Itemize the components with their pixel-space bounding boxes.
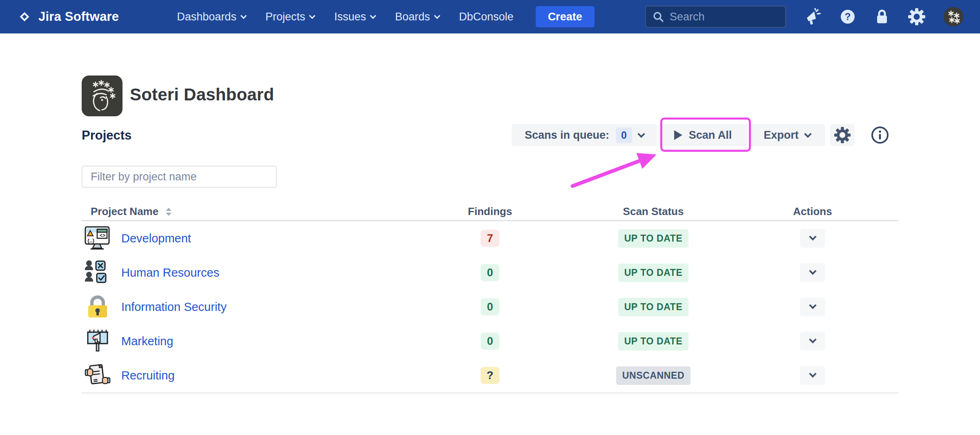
marketing-icon bbox=[84, 327, 111, 355]
jira-diamond-icon bbox=[16, 9, 33, 25]
project-link[interactable]: Recruiting bbox=[121, 369, 175, 382]
table-header: Project Name Findings Scan Status Action… bbox=[82, 203, 898, 221]
search-icon bbox=[653, 11, 664, 22]
findings-badge: 0 bbox=[481, 298, 499, 315]
table-row: Marketing0UP TO DATE bbox=[82, 324, 898, 358]
table-row: Information Security0UP TO DATE bbox=[82, 290, 898, 324]
findings-badge: 0 bbox=[481, 264, 499, 281]
export-dropdown[interactable]: Export bbox=[749, 124, 825, 146]
scans-in-queue-dropdown[interactable]: Scans in queue: 0 bbox=[512, 124, 657, 146]
actions-header: Actions bbox=[727, 205, 898, 218]
project-link[interactable]: Human Resources bbox=[121, 266, 219, 280]
table-row: Human Resources0UP TO DATE bbox=[82, 255, 898, 290]
project-name-cell: Marketing bbox=[82, 327, 400, 355]
sort-icon bbox=[166, 208, 172, 216]
actions-cell bbox=[727, 366, 898, 385]
lock-icon[interactable] bbox=[874, 8, 890, 26]
chevron-down-icon bbox=[809, 336, 816, 343]
svg-text:{..}: {..} bbox=[87, 237, 94, 244]
info-button[interactable] bbox=[871, 126, 889, 144]
info-icon bbox=[871, 126, 889, 144]
table-row: Recruiting?UNSCANNED bbox=[82, 358, 898, 393]
chevron-down-icon bbox=[804, 130, 811, 138]
table-row: {..} <> Development7UP TO DATE bbox=[82, 221, 898, 255]
status-cell: UP TO DATE bbox=[580, 298, 727, 316]
scan-all-button[interactable]: Scan All bbox=[658, 124, 748, 146]
nav-icon-group: ? bbox=[804, 0, 964, 33]
search-input[interactable] bbox=[670, 11, 772, 23]
soteri-app-icon bbox=[82, 75, 122, 116]
findings-badge: ? bbox=[481, 367, 499, 384]
project-link[interactable]: Marketing bbox=[121, 335, 173, 348]
help-icon[interactable]: ? bbox=[839, 8, 857, 26]
chevron-down-icon bbox=[809, 267, 816, 275]
human-resources-icon bbox=[84, 259, 111, 286]
row-actions-button[interactable] bbox=[800, 229, 825, 248]
dashboard-settings-button[interactable] bbox=[830, 124, 855, 146]
project-name-cell: Human Resources bbox=[82, 259, 400, 286]
status-cell: UP TO DATE bbox=[580, 264, 727, 282]
queue-count-badge: 0 bbox=[616, 127, 632, 143]
scan-controls: Scans in queue: 0 Scan All Export bbox=[512, 124, 889, 146]
chevron-down-icon bbox=[370, 12, 376, 19]
page-title: Soteri Dashboard bbox=[130, 85, 274, 104]
projects-table: Project Name Findings Scan Status Action… bbox=[82, 203, 898, 393]
project-name-cell: Recruiting bbox=[82, 362, 400, 389]
chevron-down-icon bbox=[809, 302, 816, 309]
svg-text:?: ? bbox=[845, 11, 851, 22]
project-link[interactable]: Information Security bbox=[121, 300, 227, 314]
nav-item-dashboards[interactable]: Dashboards bbox=[167, 0, 256, 33]
chevron-down-icon bbox=[809, 233, 816, 240]
findings-cell: 0 bbox=[400, 298, 580, 315]
project-name-cell: {..} <> Development bbox=[82, 224, 400, 252]
project-link[interactable]: Development bbox=[121, 232, 191, 245]
nav-item-projects[interactable]: Projects bbox=[256, 0, 325, 33]
nav-item-dbconsole[interactable]: DbConsole bbox=[449, 0, 523, 33]
findings-cell: ? bbox=[400, 367, 580, 384]
findings-cell: 0 bbox=[400, 333, 580, 350]
information-security-icon bbox=[84, 293, 111, 321]
nav-menu: Dashboards Projects Issues Boards DbCons… bbox=[167, 0, 594, 33]
brand-name: Jira Software bbox=[38, 9, 119, 24]
jira-logo[interactable]: Jira Software bbox=[16, 9, 119, 25]
status-badge: UNSCANNED bbox=[616, 366, 690, 385]
svg-text:<>: <> bbox=[100, 233, 105, 238]
projects-heading: Projects bbox=[82, 128, 131, 143]
row-actions-button[interactable] bbox=[800, 263, 825, 282]
announcements-icon[interactable] bbox=[804, 8, 822, 25]
table-rows: {..} <> Development7UP TO DATE Human Res… bbox=[82, 221, 898, 393]
status-cell: UP TO DATE bbox=[580, 332, 727, 351]
nav-item-boards[interactable]: Boards bbox=[385, 0, 449, 33]
status-cell: UP TO DATE bbox=[580, 229, 727, 248]
development-icon: {..} <> bbox=[84, 224, 111, 252]
top-navigation: Jira Software Dashboards Projects Issues… bbox=[0, 0, 980, 33]
actions-cell bbox=[727, 263, 898, 282]
recruiting-icon bbox=[84, 362, 111, 389]
row-actions-button[interactable] bbox=[800, 332, 825, 351]
project-name-cell: Information Security bbox=[82, 293, 400, 321]
status-badge: UP TO DATE bbox=[618, 332, 689, 351]
chevron-down-icon bbox=[309, 12, 316, 19]
project-name-header[interactable]: Project Name bbox=[82, 205, 400, 218]
create-button[interactable]: Create bbox=[536, 6, 595, 27]
findings-header: Findings bbox=[400, 205, 580, 218]
row-actions-button[interactable] bbox=[800, 297, 825, 316]
chevron-down-icon bbox=[434, 12, 441, 19]
chevron-down-icon bbox=[637, 130, 645, 138]
settings-gear-icon[interactable] bbox=[907, 7, 926, 26]
actions-cell bbox=[727, 297, 898, 316]
findings-cell: 0 bbox=[400, 264, 580, 281]
status-badge: UP TO DATE bbox=[618, 264, 689, 282]
actions-cell bbox=[727, 229, 898, 248]
findings-badge: 7 bbox=[481, 230, 499, 247]
chevron-down-icon bbox=[241, 12, 247, 19]
row-actions-button[interactable] bbox=[800, 366, 825, 385]
search-box[interactable] bbox=[645, 6, 786, 28]
status-badge: UP TO DATE bbox=[618, 229, 689, 248]
actions-cell bbox=[727, 332, 898, 351]
user-avatar[interactable] bbox=[943, 7, 964, 27]
nav-item-issues[interactable]: Issues bbox=[324, 0, 385, 33]
project-filter-input[interactable] bbox=[82, 166, 277, 188]
status-badge: UP TO DATE bbox=[618, 298, 689, 316]
chevron-down-icon bbox=[809, 370, 816, 377]
